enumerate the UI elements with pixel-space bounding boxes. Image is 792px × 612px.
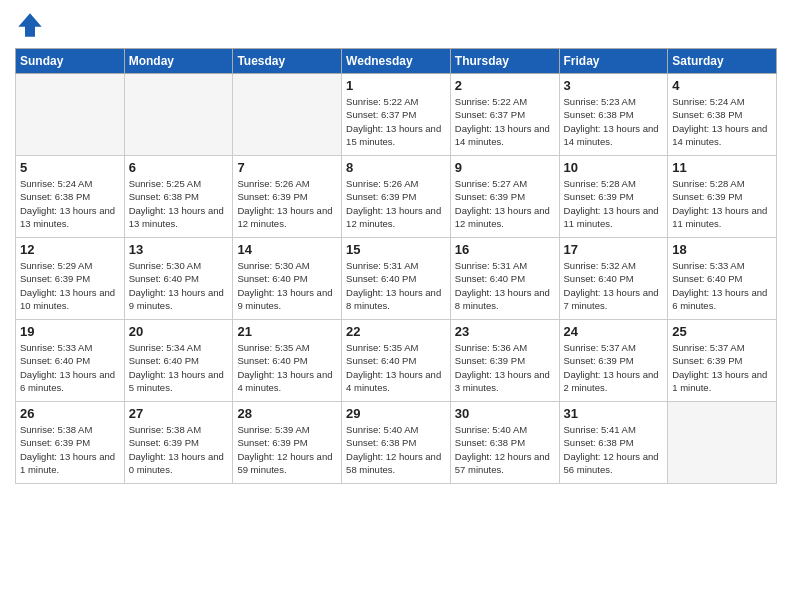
sunrise-text: Sunrise: 5:35 AM xyxy=(237,341,337,354)
calendar-cell xyxy=(16,74,125,156)
calendar-cell: 8Sunrise: 5:26 AMSunset: 6:39 PMDaylight… xyxy=(342,156,451,238)
sunset-text: Sunset: 6:38 PM xyxy=(346,436,446,449)
day-info: Sunrise: 5:38 AMSunset: 6:39 PMDaylight:… xyxy=(20,423,120,476)
weekday-header-sunday: Sunday xyxy=(16,49,125,74)
sunset-text: Sunset: 6:39 PM xyxy=(564,190,664,203)
sunset-text: Sunset: 6:38 PM xyxy=(129,190,229,203)
calendar-cell: 18Sunrise: 5:33 AMSunset: 6:40 PMDayligh… xyxy=(668,238,777,320)
calendar-cell: 16Sunrise: 5:31 AMSunset: 6:40 PMDayligh… xyxy=(450,238,559,320)
day-number: 21 xyxy=(237,324,337,339)
day-info: Sunrise: 5:30 AMSunset: 6:40 PMDaylight:… xyxy=(237,259,337,312)
sunrise-text: Sunrise: 5:26 AM xyxy=(237,177,337,190)
weekday-header-thursday: Thursday xyxy=(450,49,559,74)
day-number: 16 xyxy=(455,242,555,257)
sunrise-text: Sunrise: 5:34 AM xyxy=(129,341,229,354)
sunset-text: Sunset: 6:37 PM xyxy=(455,108,555,121)
sunset-text: Sunset: 6:39 PM xyxy=(129,436,229,449)
daylight-text: Daylight: 12 hours and 57 minutes. xyxy=(455,450,555,477)
calendar-cell: 6Sunrise: 5:25 AMSunset: 6:38 PMDaylight… xyxy=(124,156,233,238)
sunrise-text: Sunrise: 5:31 AM xyxy=(455,259,555,272)
sunrise-text: Sunrise: 5:28 AM xyxy=(564,177,664,190)
day-number: 10 xyxy=(564,160,664,175)
weekday-header-wednesday: Wednesday xyxy=(342,49,451,74)
calendar-cell: 28Sunrise: 5:39 AMSunset: 6:39 PMDayligh… xyxy=(233,402,342,484)
day-info: Sunrise: 5:32 AMSunset: 6:40 PMDaylight:… xyxy=(564,259,664,312)
day-info: Sunrise: 5:28 AMSunset: 6:39 PMDaylight:… xyxy=(564,177,664,230)
day-number: 30 xyxy=(455,406,555,421)
calendar-cell xyxy=(233,74,342,156)
weekday-header-tuesday: Tuesday xyxy=(233,49,342,74)
daylight-text: Daylight: 13 hours and 4 minutes. xyxy=(346,368,446,395)
calendar-cell: 3Sunrise: 5:23 AMSunset: 6:38 PMDaylight… xyxy=(559,74,668,156)
sunrise-text: Sunrise: 5:32 AM xyxy=(564,259,664,272)
day-info: Sunrise: 5:36 AMSunset: 6:39 PMDaylight:… xyxy=(455,341,555,394)
calendar-cell: 20Sunrise: 5:34 AMSunset: 6:40 PMDayligh… xyxy=(124,320,233,402)
daylight-text: Daylight: 13 hours and 14 minutes. xyxy=(455,122,555,149)
day-info: Sunrise: 5:41 AMSunset: 6:38 PMDaylight:… xyxy=(564,423,664,476)
calendar-cell: 5Sunrise: 5:24 AMSunset: 6:38 PMDaylight… xyxy=(16,156,125,238)
sunset-text: Sunset: 6:39 PM xyxy=(564,354,664,367)
sunrise-text: Sunrise: 5:28 AM xyxy=(672,177,772,190)
day-number: 4 xyxy=(672,78,772,93)
day-number: 26 xyxy=(20,406,120,421)
sunset-text: Sunset: 6:40 PM xyxy=(129,354,229,367)
sunset-text: Sunset: 6:39 PM xyxy=(237,436,337,449)
calendar-cell: 14Sunrise: 5:30 AMSunset: 6:40 PMDayligh… xyxy=(233,238,342,320)
daylight-text: Daylight: 13 hours and 5 minutes. xyxy=(129,368,229,395)
day-info: Sunrise: 5:40 AMSunset: 6:38 PMDaylight:… xyxy=(346,423,446,476)
day-info: Sunrise: 5:22 AMSunset: 6:37 PMDaylight:… xyxy=(346,95,446,148)
weekday-header-row: SundayMondayTuesdayWednesdayThursdayFrid… xyxy=(16,49,777,74)
daylight-text: Daylight: 13 hours and 9 minutes. xyxy=(237,286,337,313)
day-number: 31 xyxy=(564,406,664,421)
sunset-text: Sunset: 6:40 PM xyxy=(455,272,555,285)
calendar-cell: 17Sunrise: 5:32 AMSunset: 6:40 PMDayligh… xyxy=(559,238,668,320)
daylight-text: Daylight: 12 hours and 58 minutes. xyxy=(346,450,446,477)
sunset-text: Sunset: 6:40 PM xyxy=(564,272,664,285)
calendar-cell: 1Sunrise: 5:22 AMSunset: 6:37 PMDaylight… xyxy=(342,74,451,156)
day-info: Sunrise: 5:25 AMSunset: 6:38 PMDaylight:… xyxy=(129,177,229,230)
daylight-text: Daylight: 13 hours and 13 minutes. xyxy=(129,204,229,231)
day-number: 24 xyxy=(564,324,664,339)
calendar-cell: 29Sunrise: 5:40 AMSunset: 6:38 PMDayligh… xyxy=(342,402,451,484)
day-number: 25 xyxy=(672,324,772,339)
sunrise-text: Sunrise: 5:23 AM xyxy=(564,95,664,108)
week-row-2: 5Sunrise: 5:24 AMSunset: 6:38 PMDaylight… xyxy=(16,156,777,238)
day-number: 13 xyxy=(129,242,229,257)
sunrise-text: Sunrise: 5:40 AM xyxy=(346,423,446,436)
sunrise-text: Sunrise: 5:27 AM xyxy=(455,177,555,190)
sunset-text: Sunset: 6:39 PM xyxy=(455,354,555,367)
sunrise-text: Sunrise: 5:37 AM xyxy=(672,341,772,354)
day-info: Sunrise: 5:38 AMSunset: 6:39 PMDaylight:… xyxy=(129,423,229,476)
sunset-text: Sunset: 6:40 PM xyxy=(237,272,337,285)
page: SundayMondayTuesdayWednesdayThursdayFrid… xyxy=(0,0,792,612)
daylight-text: Daylight: 13 hours and 11 minutes. xyxy=(564,204,664,231)
day-info: Sunrise: 5:27 AMSunset: 6:39 PMDaylight:… xyxy=(455,177,555,230)
header xyxy=(15,10,777,40)
day-info: Sunrise: 5:39 AMSunset: 6:39 PMDaylight:… xyxy=(237,423,337,476)
day-number: 22 xyxy=(346,324,446,339)
logo-icon xyxy=(15,10,45,40)
day-info: Sunrise: 5:24 AMSunset: 6:38 PMDaylight:… xyxy=(20,177,120,230)
svg-marker-0 xyxy=(18,13,41,36)
sunrise-text: Sunrise: 5:35 AM xyxy=(346,341,446,354)
sunrise-text: Sunrise: 5:39 AM xyxy=(237,423,337,436)
sunrise-text: Sunrise: 5:22 AM xyxy=(455,95,555,108)
sunrise-text: Sunrise: 5:24 AM xyxy=(20,177,120,190)
sunrise-text: Sunrise: 5:38 AM xyxy=(20,423,120,436)
day-info: Sunrise: 5:40 AMSunset: 6:38 PMDaylight:… xyxy=(455,423,555,476)
calendar-cell: 11Sunrise: 5:28 AMSunset: 6:39 PMDayligh… xyxy=(668,156,777,238)
daylight-text: Daylight: 12 hours and 59 minutes. xyxy=(237,450,337,477)
day-info: Sunrise: 5:31 AMSunset: 6:40 PMDaylight:… xyxy=(346,259,446,312)
sunrise-text: Sunrise: 5:41 AM xyxy=(564,423,664,436)
daylight-text: Daylight: 13 hours and 12 minutes. xyxy=(455,204,555,231)
calendar-cell: 13Sunrise: 5:30 AMSunset: 6:40 PMDayligh… xyxy=(124,238,233,320)
sunset-text: Sunset: 6:40 PM xyxy=(237,354,337,367)
sunrise-text: Sunrise: 5:22 AM xyxy=(346,95,446,108)
sunrise-text: Sunrise: 5:36 AM xyxy=(455,341,555,354)
day-info: Sunrise: 5:23 AMSunset: 6:38 PMDaylight:… xyxy=(564,95,664,148)
day-info: Sunrise: 5:26 AMSunset: 6:39 PMDaylight:… xyxy=(346,177,446,230)
daylight-text: Daylight: 13 hours and 1 minute. xyxy=(20,450,120,477)
sunrise-text: Sunrise: 5:31 AM xyxy=(346,259,446,272)
day-number: 20 xyxy=(129,324,229,339)
day-number: 15 xyxy=(346,242,446,257)
